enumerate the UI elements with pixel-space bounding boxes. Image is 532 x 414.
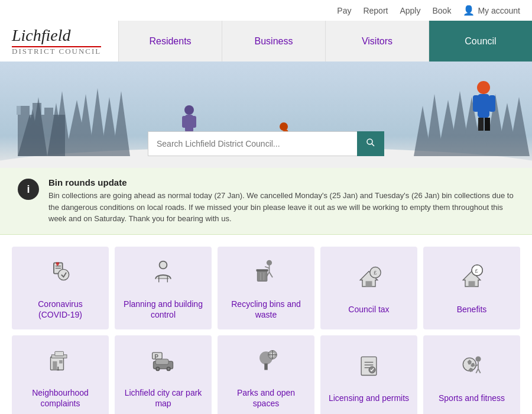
- svg-rect-21: [18, 115, 65, 156]
- service-carpark[interactable]: P Lichfield city car park map: [115, 335, 212, 414]
- pay-link[interactable]: Pay: [337, 6, 351, 15]
- header: Lichfield district council Residents Bus…: [0, 21, 532, 62]
- logo-main-text: Lichfield: [12, 27, 101, 45]
- coronavirus-label: Coronavirus(COVID-19): [38, 299, 82, 320]
- svg-point-79: [157, 368, 159, 370]
- report-link[interactable]: Report: [363, 6, 388, 15]
- service-coronavirus[interactable]: Coronavirus(COVID-19): [12, 247, 109, 329]
- service-licensing[interactable]: Licensing and permits: [320, 335, 417, 414]
- my-account-link[interactable]: 👤 My account: [463, 5, 520, 16]
- planning-icon: [150, 258, 176, 293]
- svg-rect-55: [257, 270, 267, 281]
- svg-line-41: [372, 144, 374, 146]
- svg-rect-82: [264, 363, 268, 370]
- user-icon: 👤: [463, 5, 475, 16]
- neighbourhood-icon: [47, 347, 73, 381]
- logo-sub-text: district council: [12, 47, 101, 56]
- info-icon: i: [18, 179, 39, 200]
- svg-text:£: £: [475, 267, 478, 273]
- svg-rect-39: [485, 118, 490, 131]
- main-nav: Residents Business Visitors Council: [118, 21, 532, 62]
- search-button[interactable]: [357, 131, 384, 156]
- benefits-label: Benefits: [457, 304, 487, 315]
- svg-rect-23: [33, 103, 41, 118]
- svg-line-100: [478, 369, 481, 373]
- svg-rect-38: [478, 118, 484, 131]
- svg-point-45: [58, 269, 69, 280]
- alert-body: Bin collections are going ahead as norma…: [48, 190, 514, 225]
- service-sports[interactable]: Sports and fitness: [423, 335, 520, 414]
- council-tax-icon: £: [356, 264, 382, 298]
- svg-rect-70: [55, 351, 64, 355]
- nav-council[interactable]: Council: [429, 21, 532, 62]
- svg-rect-49: [158, 278, 168, 279]
- svg-point-26: [184, 105, 194, 115]
- sports-label: Sports and fitness: [439, 393, 505, 403]
- svg-marker-25: [17, 106, 22, 115]
- services-row-2: Neighbourhood complaints P Lichfield cit…: [12, 335, 520, 414]
- svg-point-40: [367, 139, 372, 144]
- hero-banner: [0, 62, 532, 168]
- svg-line-52: [265, 266, 269, 268]
- licensing-icon: [356, 352, 382, 387]
- svg-point-96: [475, 356, 481, 361]
- search-input[interactable]: [148, 131, 357, 156]
- svg-point-46: [160, 261, 167, 269]
- svg-rect-24: [44, 108, 53, 118]
- service-planning[interactable]: Planning and building control: [115, 247, 212, 329]
- nav-visitors[interactable]: Visitors: [325, 21, 429, 62]
- alert-content: Bin rounds update Bin collections are go…: [48, 177, 514, 225]
- svg-rect-28: [182, 116, 187, 128]
- svg-rect-29: [192, 116, 196, 128]
- svg-point-34: [477, 81, 490, 94]
- svg-rect-68: [59, 360, 63, 364]
- top-bar: Pay Report Apply Book 👤 My account: [0, 0, 532, 21]
- search-container: [148, 131, 384, 156]
- licensing-label: Licensing and permits: [329, 393, 409, 403]
- alert-banner: i Bin rounds update Bin collections are …: [0, 168, 532, 235]
- book-link[interactable]: Book: [432, 6, 451, 15]
- svg-line-54: [270, 272, 273, 277]
- neighbourhood-label: Neighbourhood complaints: [18, 387, 103, 409]
- svg-text:£: £: [374, 270, 377, 276]
- recycling-label: Recycling bins and waste: [223, 299, 309, 320]
- recycling-icon: [253, 258, 279, 293]
- service-benefits[interactable]: £ Benefits: [423, 247, 520, 329]
- logo-area: Lichfield district council: [0, 21, 118, 62]
- svg-rect-36: [473, 95, 479, 112]
- covid-icon: [47, 258, 73, 293]
- svg-rect-76: [155, 359, 168, 364]
- parks-label: Parks and open spaces: [223, 387, 309, 409]
- sports-icon: [459, 352, 485, 387]
- nav-business[interactable]: Business: [222, 21, 325, 62]
- service-neighbourhood[interactable]: Neighbourhood complaints: [12, 335, 109, 414]
- carpark-icon: P: [150, 347, 176, 381]
- nav-residents[interactable]: Residents: [118, 21, 222, 62]
- planning-label: Planning and building control: [121, 299, 206, 320]
- svg-rect-56: [257, 269, 268, 271]
- service-recycling[interactable]: Recycling bins and waste: [218, 247, 314, 329]
- services-row-1: Coronavirus(COVID-19) Planning and build…: [12, 247, 520, 329]
- svg-line-99: [476, 369, 478, 373]
- parks-icon: [253, 347, 279, 381]
- alert-title: Bin rounds update: [48, 177, 514, 187]
- svg-rect-62: [469, 281, 475, 286]
- logo[interactable]: Lichfield district council: [12, 27, 101, 56]
- svg-rect-59: [366, 281, 372, 286]
- my-account-label: My account: [478, 6, 520, 15]
- council-tax-label: Council tax: [348, 304, 389, 315]
- service-parks[interactable]: Parks and open spaces: [218, 335, 314, 414]
- services-section: Coronavirus(COVID-19) Planning and build…: [0, 235, 532, 414]
- apply-link[interactable]: Apply: [400, 6, 420, 15]
- svg-point-32: [280, 122, 288, 131]
- svg-point-80: [167, 368, 170, 370]
- service-council-tax[interactable]: £ Council tax: [320, 247, 417, 329]
- svg-rect-37: [489, 95, 495, 112]
- svg-point-50: [267, 260, 272, 265]
- benefits-icon: £: [459, 264, 485, 298]
- carpark-label: Lichfield city car park map: [121, 387, 206, 409]
- svg-rect-67: [53, 361, 57, 370]
